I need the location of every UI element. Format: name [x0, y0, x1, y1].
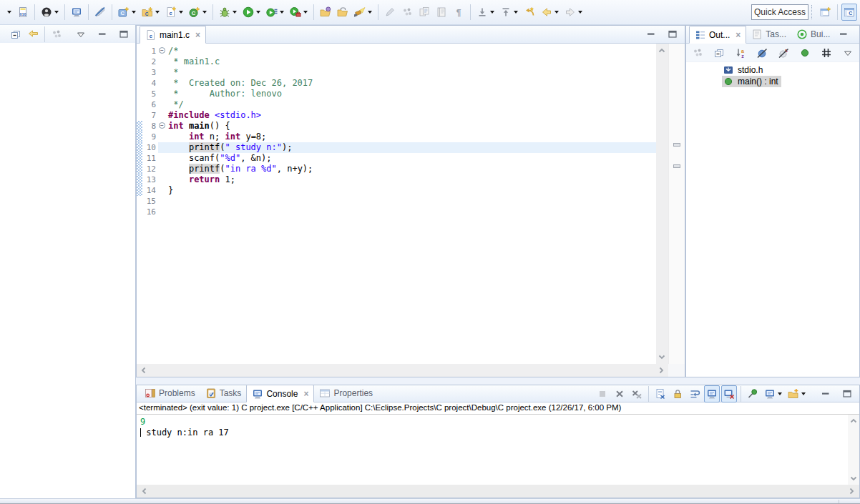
console-output-area[interactable]: 9 study n:in ra 17 — [137, 415, 859, 485]
overview-ruler[interactable] — [668, 44, 685, 364]
scroll-down-icon[interactable] — [656, 351, 668, 362]
prev-annotation-button[interactable] — [498, 4, 520, 21]
remote-monitor-button[interactable] — [69, 4, 84, 21]
code-text[interactable]: scanf("%d", &n); — [167, 153, 272, 164]
pencil-disabled-button[interactable] — [382, 4, 398, 21]
dropdown-arrow-icon[interactable] — [578, 11, 582, 14]
hide-nonpublic-button[interactable] — [797, 44, 813, 61]
project-explorer-body[interactable] — [0, 43, 135, 498]
dropdown-arrow-icon[interactable] — [490, 11, 494, 14]
remove-all-launches-button[interactable] — [629, 385, 645, 402]
code-text[interactable]: * Author: lenovo — [167, 89, 282, 99]
code-text[interactable]: * — [167, 67, 178, 78]
fold-collapse-icon[interactable]: − — [159, 47, 165, 54]
view-menu-button[interactable] — [840, 44, 856, 61]
hide-inactive-button[interactable] — [819, 44, 834, 61]
terminate-button[interactable] — [595, 385, 610, 402]
code-text[interactable]: int main() { — [167, 121, 230, 132]
tab-console[interactable]: Console× — [246, 385, 314, 402]
scroll-lock-button[interactable] — [670, 385, 685, 402]
dropdown-arrow-icon[interactable] — [233, 11, 237, 14]
open-perspective-button[interactable] — [818, 4, 834, 21]
dropdown-arrow-icon[interactable] — [256, 11, 260, 14]
horizontal-sash[interactable] — [136, 377, 860, 385]
minimize-button[interactable] — [836, 26, 851, 43]
pin-console-button[interactable] — [745, 385, 761, 402]
fold-collapse-icon[interactable]: − — [159, 122, 165, 129]
occurrence-marker[interactable] — [673, 143, 680, 147]
remove-launch-button[interactable] — [612, 385, 627, 402]
scroll-down-icon[interactable] — [848, 473, 859, 484]
doc-pair-disabled-button[interactable] — [416, 4, 432, 21]
dropdown-arrow-icon[interactable] — [554, 11, 559, 14]
occurrence-marker[interactable] — [673, 164, 680, 168]
quick-access-box[interactable]: Quick Access — [751, 4, 808, 20]
profile-button[interactable] — [288, 4, 310, 21]
export-folder-button[interactable] — [335, 4, 351, 21]
editor-vertical-scrollbar[interactable] — [656, 44, 668, 364]
hide-fields-button[interactable] — [754, 44, 770, 61]
tab-problems[interactable]: Problems — [140, 385, 200, 402]
cpp-perspective-button[interactable]: C — [841, 4, 857, 21]
console-horizontal-scrollbar[interactable] — [137, 485, 859, 498]
new-class-button[interactable]: C — [187, 4, 209, 21]
word-wrap-button[interactable] — [687, 385, 703, 402]
maximize-button[interactable] — [665, 26, 680, 43]
dots-disabled-button[interactable] — [399, 4, 415, 21]
scroll-right-icon[interactable] — [846, 485, 857, 497]
debug-button[interactable] — [217, 4, 239, 21]
show-stderr-button[interactable] — [721, 385, 737, 402]
new-c-project-button[interactable]: C — [116, 4, 138, 21]
minimize-button[interactable] — [643, 26, 659, 43]
scroll-left-icon[interactable] — [138, 365, 150, 376]
code-text[interactable]: return 1; — [167, 174, 235, 185]
minimize-button[interactable] — [94, 26, 110, 43]
code-text[interactable]: */ — [167, 99, 184, 110]
clear-console-button[interactable] — [653, 385, 668, 402]
user-button[interactable] — [39, 4, 61, 21]
dots-disabled-button[interactable] — [690, 44, 705, 61]
tab-tasks[interactable]: Tasks — [200, 385, 247, 402]
code-text[interactable]: * main1.c — [167, 56, 220, 67]
hide-static-button[interactable]: s — [776, 44, 791, 61]
book-disabled-button[interactable] — [434, 4, 449, 21]
run-config-button[interactable] — [264, 4, 286, 21]
import-folder-button[interactable] — [318, 4, 333, 21]
binary-file-button[interactable]: 010 — [15, 4, 31, 21]
collapse-all-button[interactable] — [711, 44, 727, 61]
back-button[interactable] — [539, 4, 561, 21]
outline-item-main-int[interactable]: main() : int — [722, 76, 781, 87]
code-text[interactable]: #include <stdio.h> — [167, 110, 261, 121]
tab-properties[interactable]: Properties — [314, 385, 378, 402]
new-c-file-button[interactable]: c — [163, 4, 185, 21]
dropdown-arrow-icon[interactable] — [179, 11, 183, 14]
maximize-button[interactable] — [857, 26, 860, 43]
code-text[interactable]: } — [167, 185, 173, 196]
sort-az-button[interactable]: az — [733, 44, 748, 61]
link-editor-button[interactable] — [25, 26, 41, 43]
open-console-button[interactable] — [786, 385, 808, 402]
close-icon[interactable]: × — [195, 31, 200, 39]
code-text[interactable]: /* — [167, 46, 178, 56]
dropdown-arrow-icon[interactable] — [155, 11, 160, 14]
last-edit-button[interactable] — [522, 4, 537, 21]
tab-main1-c[interactable]: cmain1.c× — [140, 26, 206, 44]
dots-disabled-button[interactable] — [49, 26, 64, 43]
code-text[interactable]: * Created on: Dec 26, 2017 — [167, 78, 313, 89]
scroll-left-icon[interactable] — [139, 485, 150, 497]
dropdown-arrow-icon[interactable] — [54, 11, 59, 14]
show-stdout-button[interactable] — [704, 385, 720, 402]
run-button[interactable] — [240, 4, 263, 21]
code-text[interactable]: printf("in ra %d", n+y); — [167, 164, 313, 174]
dropdown-arrow-icon[interactable] — [202, 11, 207, 14]
scroll-up-icon[interactable] — [656, 45, 668, 56]
collapse-all-button[interactable] — [8, 26, 24, 43]
dropdown-arrow-icon[interactable] — [514, 11, 518, 14]
maximize-button[interactable] — [839, 385, 855, 402]
dropdown-arrow-icon[interactable] — [132, 11, 136, 14]
scroll-right-icon[interactable] — [655, 365, 667, 376]
close-icon[interactable]: × — [736, 31, 741, 39]
pilcrow-button[interactable]: ¶ — [451, 4, 466, 21]
editor-horizontal-scrollbar[interactable] — [137, 364, 668, 377]
dropdown-button[interactable] — [3, 4, 14, 21]
